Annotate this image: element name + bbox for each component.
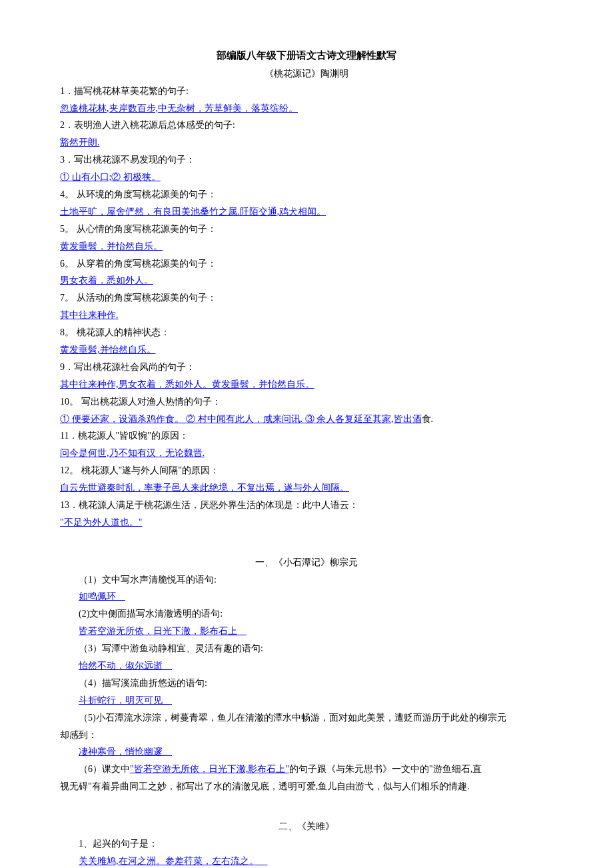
question-13: 13．桃花源人满足于桃花源生活，厌恶外界生活的体现是：此中人语云： [60, 497, 553, 514]
question-1: 1．描写桃花林草美花繁的句子: [60, 83, 553, 100]
answer-13: "不足为外人道也。" [60, 517, 142, 527]
s1-question-5a: （5)小石潭流水淙淙，树蔓青翠，鱼儿在清澈的潭水中畅游，面对如此美景，遭贬而游历… [79, 709, 553, 727]
question-4: 4。 从环境的角度写桃花源美的句子： [60, 186, 553, 203]
answer-2: 豁然开朗. [60, 137, 100, 147]
question-3: 3．写出桃花源不易发现的句子： [60, 151, 553, 169]
answer-11: 问今是何世,乃不知有汉，无论魏晋. [60, 448, 205, 458]
s1-question-6b: 的句子跟《与朱元思书》一文中的"游鱼细石,直 [289, 764, 482, 774]
s1-answer-2: 皆若空游无所依，日光下澈，影布石上 [79, 626, 247, 636]
s1-question-3: （3）写潭中游鱼动静相宜、灵活有趣的语句: [79, 640, 553, 657]
answer-7: 其中往来种作. [60, 310, 119, 320]
section-2-title: 二、《关雎》 [60, 818, 553, 835]
answer-4: 土地平旷，屋舍俨然，有良田美池桑竹之属.阡陌交通,鸡犬相闻。 [60, 207, 326, 217]
question-12: 12。 桃花源人"遂与外人间隔"的原因： [60, 462, 553, 479]
question-8: 8。 桃花源人的精神状态： [60, 324, 553, 341]
answer-6: 男女衣着，悉如外人。 [60, 275, 153, 285]
s1-question-2: (2)文中侧面描写水清澈透明的语句: [79, 605, 553, 623]
answer-10a: ① 便要还家，设酒杀鸡作食。 ② 村中闻有此人，咸来问讯. ③ 余人各复延至其家… [60, 414, 422, 424]
question-9: 9．写出桃花源社会风尚的句子： [60, 359, 553, 376]
s1-answer-1: 如鸣佩环 [79, 591, 125, 601]
question-7: 7。 从活动的角度写桃花源美的句子： [60, 289, 553, 307]
answer-3: ① 山有小口;② 初极狭。 [60, 172, 161, 182]
answer-1: 忽逢桃花林,夹岸数百步,中无杂树，芳草鲜美，落英缤纷。 [60, 103, 298, 113]
answer-10b: 食. [422, 414, 434, 424]
s1-answer-5: 凄神寒骨，悄怆幽邃 [79, 747, 172, 757]
s1-question-5b: 却感到： [60, 727, 553, 744]
s1-question-1: （1）文中写水声清脆悦耳的语句: [79, 571, 553, 589]
s1-answer-6: "皆若空游无所依，日光下澈,影布石上" [130, 764, 289, 774]
answer-5: 黄发垂髫，并怡然自乐。 [60, 241, 163, 251]
s1-answer-3: 怡然不动，俶尔远逝 [79, 661, 172, 671]
s1-question-6a: （6）课文中 [79, 764, 130, 774]
s1-question-4: （4）描写溪流曲折悠远的语句: [79, 675, 553, 692]
answer-8: 黄发垂髫,并怡然自乐。 [60, 345, 156, 355]
question-6: 6。 从穿着的角度写桃花源美的句子： [60, 255, 553, 273]
question-10: 10。 写出桃花源人对渔人热情的句子： [60, 393, 553, 411]
question-5: 5。 从心情的角度写桃花源美的句子： [60, 221, 553, 238]
s1-question-6c: 视无碍"有着异曲同工之妙，都写出了水的清澈见底，透明可爱,鱼儿自由游弋，似与人们… [60, 778, 553, 795]
s2-question-1: 1、起兴的句子是： [79, 835, 553, 853]
s2-answer-1: 关关雎鸠,在河之洲。参差荇菜，左右流之。 [79, 856, 268, 866]
question-11: 11．桃花源人"皆叹惋"的原因： [60, 427, 553, 445]
s1-answer-4: 斗折蛇行，明灭可见 [79, 695, 172, 705]
poem-subtitle: 《桃花源记》陶渊明 [60, 65, 553, 83]
answer-9: 其中往来种作,男女衣着，悉如外人。黄发垂髫，并怡然自乐。 [60, 379, 314, 389]
question-2: 2．表明渔人进入桃花源后总体感受的句子: [60, 117, 553, 134]
section-1-title: 一、《小石潭记》柳宗元 [60, 554, 553, 571]
document-title: 部编版八年级下册语文古诗文理解性默写 [60, 47, 553, 65]
answer-12: 自云先世避秦时乱，率妻子邑人来此绝境，不复出焉，遂与外人间隔。 [60, 483, 349, 493]
